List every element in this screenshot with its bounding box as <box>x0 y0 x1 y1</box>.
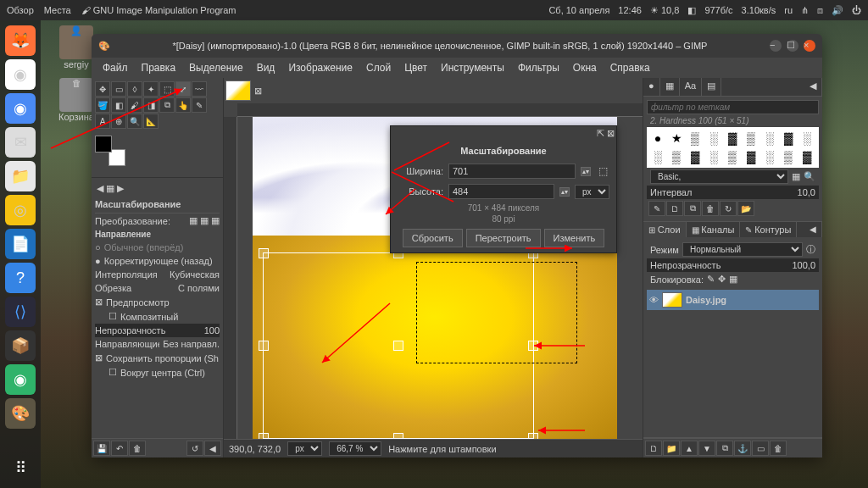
handle-tl[interactable] <box>259 248 269 258</box>
menu-windows[interactable]: Окна <box>567 59 603 76</box>
warp-tool[interactable]: 〰 <box>192 81 207 97</box>
overview-button[interactable]: Обзор <box>7 5 34 15</box>
dock-menu-icon[interactable]: ◀ <box>804 78 822 96</box>
color-swatches[interactable] <box>95 136 125 166</box>
transform-tool[interactable]: ⤢ <box>175 81 191 97</box>
brush-dup-icon[interactable]: ⧉ <box>684 201 701 216</box>
handle-bl[interactable] <box>259 433 269 439</box>
interval-value[interactable]: 10,0 <box>798 187 815 197</box>
brush-new-icon[interactable]: 🗋 <box>666 201 683 216</box>
layer-item[interactable]: 👁 Daisy.jpg <box>647 290 819 310</box>
brush-tool[interactable]: 🖌 <box>127 97 142 113</box>
power-icon[interactable]: ⏻ <box>852 5 861 15</box>
brush-del-icon[interactable]: 🗑 <box>702 201 719 216</box>
menu-select[interactable]: Выделение <box>183 59 249 76</box>
interp-value[interactable]: Кубическая <box>170 269 220 280</box>
tab-close-icon[interactable]: ⊠ <box>254 86 262 97</box>
opts-restore-icon[interactable]: ↶ <box>111 441 128 456</box>
history-tab[interactable]: ▤ <box>702 78 721 96</box>
handle-b[interactable] <box>393 433 403 439</box>
dlg-close-icon[interactable]: ⊠ <box>607 128 615 139</box>
dlg-detach-icon[interactable]: ⇱ <box>597 128 604 139</box>
scale-dialog[interactable]: ⇱ ⊠ Масштабирование Ширина: ▴▾ ⬚ Высота:… <box>390 125 617 253</box>
layer-new-icon[interactable]: 🗋 <box>645 441 662 456</box>
width-spinner[interactable]: ▴▾ <box>581 167 591 176</box>
layer-name[interactable]: Daisy.jpg <box>686 295 726 305</box>
layers-menu-icon[interactable]: ◀ <box>804 222 822 237</box>
change-button[interactable]: Изменить <box>544 229 605 247</box>
menu-color[interactable]: Цвет <box>398 59 433 76</box>
menu-view[interactable]: Вид <box>251 59 281 76</box>
lock-alpha-icon[interactable]: ▦ <box>729 274 737 285</box>
close-button[interactable]: × <box>804 40 815 52</box>
gimp-icon[interactable]: 🎨 <box>5 398 36 429</box>
patterns-tab[interactable]: ▦ <box>660 78 680 96</box>
lang-indicator[interactable]: ru <box>784 5 793 15</box>
guides-value[interactable]: Без направл. <box>163 339 220 349</box>
clip-value[interactable]: С полями <box>178 283 220 293</box>
chromium-icon[interactable]: ◉ <box>5 93 36 124</box>
app-menu[interactable]: 🖌 GNU Image Manipulation Program <box>81 5 236 15</box>
opts-delete-icon[interactable]: 🗑 <box>129 441 146 456</box>
layer-mask-icon[interactable]: ▭ <box>752 441 769 456</box>
rect-select-tool[interactable]: ▭ <box>111 81 126 97</box>
menu-layer[interactable]: Слой <box>360 59 397 76</box>
opts-menu-icon[interactable]: ◀ <box>204 441 221 456</box>
text-tool[interactable]: A <box>95 114 110 129</box>
layer-opacity-value[interactable]: 100,0 <box>792 260 815 270</box>
channels-tab[interactable]: ▦ Каналы <box>687 222 741 237</box>
mode-select[interactable]: Нормальный <box>682 242 803 257</box>
weather[interactable]: ☀ 10,8 <box>650 5 679 16</box>
maximize-button[interactable]: ☐ <box>787 40 798 52</box>
filter-input[interactable] <box>647 100 819 114</box>
layer-merge-icon[interactable]: ⚓ <box>734 441 751 456</box>
keep-aspect-check[interactable]: Сохранить пропорции (Sh <box>106 353 220 363</box>
preview-close-icon[interactable]: ⊠ <box>95 297 103 308</box>
unit-select[interactable]: px <box>575 185 609 199</box>
eye-icon[interactable]: 👁 <box>649 295 659 305</box>
brush-grid-icon[interactable]: ▦ <box>792 171 800 182</box>
brush-refresh-icon[interactable]: ↻ <box>720 201 737 216</box>
keep-close-icon[interactable]: ⊠ <box>95 352 103 363</box>
preview-toggle[interactable]: Предпросмотр <box>106 297 220 308</box>
dir-normal[interactable]: Обычное (вперёд) <box>104 242 220 252</box>
network-icon[interactable]: ⋔ <box>801 5 809 16</box>
transform-bounds[interactable] <box>263 252 534 439</box>
bluetooth-icon[interactable]: ⧈ <box>817 5 823 16</box>
libreoffice-icon[interactable]: 📄 <box>5 229 36 259</box>
picker-tool[interactable]: ⊕ <box>111 114 126 129</box>
menu-tools[interactable]: Инструменты <box>435 59 510 76</box>
brush-zoom-icon[interactable]: 🔍 <box>804 171 815 182</box>
opts-reset-icon[interactable]: ↺ <box>186 441 203 456</box>
menu-edit[interactable]: Правка <box>136 59 182 76</box>
layer-dup-icon[interactable]: ⧉ <box>716 441 733 456</box>
handle-l[interactable] <box>259 341 269 351</box>
ruler-horizontal[interactable] <box>237 103 643 117</box>
brush-edit-icon[interactable]: ✎ <box>648 201 665 216</box>
volume-icon[interactable]: 🔊 <box>832 5 843 16</box>
lock-pixel-icon[interactable]: ✎ <box>707 274 715 285</box>
crop-tool[interactable]: ⬚ <box>159 81 175 97</box>
opts-save-icon[interactable]: 💾 <box>93 441 110 456</box>
ruler-vertical[interactable] <box>224 117 237 439</box>
opacity-value[interactable]: 100 <box>204 325 220 336</box>
canvas[interactable]: ⇱ ⊠ Масштабирование Ширина: ▴▾ ⬚ Высота:… <box>237 117 643 439</box>
dir-corrective[interactable]: Корректирующее (назад) <box>104 256 220 266</box>
fonts-tab[interactable]: Aa <box>680 78 702 96</box>
geary-icon[interactable]: ✉ <box>5 127 36 158</box>
zoom-tool[interactable]: 🔍 <box>127 114 142 129</box>
image-tab-thumb[interactable] <box>225 80 251 101</box>
around-center-check[interactable]: Вокруг центра (Ctrl) <box>120 368 220 378</box>
layers-tab[interactable]: ⊞ Слои <box>643 222 687 237</box>
free-select-tool[interactable]: ◊ <box>127 81 142 97</box>
rhythmbox-icon[interactable]: ◎ <box>5 195 36 225</box>
menu-image[interactable]: Изображение <box>282 59 359 76</box>
files-icon[interactable]: 📁 <box>5 161 36 191</box>
firefox-icon[interactable]: 🦊 <box>5 25 36 56</box>
bucket-tool[interactable]: 🪣 <box>95 97 110 113</box>
smudge-tool[interactable]: 👆 <box>175 97 191 113</box>
zoom-dropdown[interactable]: 66,7 % <box>329 441 381 456</box>
move-tool[interactable]: ✥ <box>95 81 110 97</box>
layer-up-icon[interactable]: ▲ <box>681 441 698 456</box>
height-spinner[interactable]: ▴▾ <box>559 187 570 197</box>
